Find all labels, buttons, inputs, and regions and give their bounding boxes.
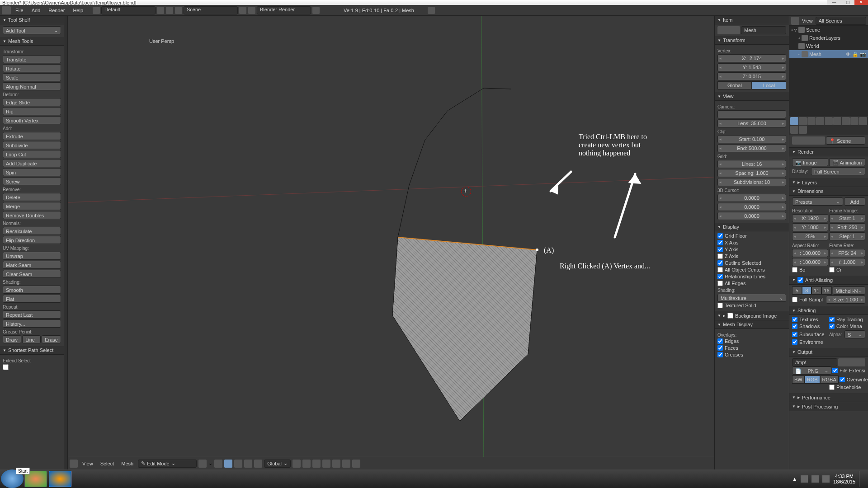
display-header[interactable]: Display — [715, 223, 789, 231]
display-mode-dropdown[interactable]: Full Screen — [811, 167, 865, 175]
tray-network-icon[interactable] — [811, 475, 819, 483]
mesh-display-header[interactable]: Mesh Display — [715, 320, 789, 329]
crop-checkbox[interactable] — [829, 267, 835, 272]
folder-browse-icon[interactable] — [838, 358, 865, 366]
menu-add[interactable]: Add — [28, 8, 44, 13]
3d-viewport[interactable]: User Persp (1) Mesh (A) Tried Ctrl-LMB h… — [68, 16, 714, 457]
mesh-menu[interactable]: Mesh — [118, 461, 136, 466]
multitexture-dropdown[interactable]: Multitexture — [717, 294, 786, 302]
presets-dropdown[interactable]: Presets — [792, 197, 843, 206]
item-header[interactable]: Item — [715, 16, 789, 24]
aa-header[interactable]: Anti-Aliasing — [789, 276, 868, 285]
frame-end-field[interactable]: End: 250 — [829, 223, 865, 231]
border-checkbox[interactable] — [792, 267, 797, 272]
camera-selector[interactable] — [717, 110, 786, 118]
vertex-y-field[interactable]: Y: 1.543 — [717, 63, 786, 71]
mesh-tools-header[interactable]: Mesh Tools — [0, 37, 64, 46]
flip-direction-button[interactable]: Flip Direction — [3, 236, 61, 244]
cursor-y-field[interactable]: 0.0000 — [717, 203, 786, 211]
bw-toggle[interactable]: BW — [792, 375, 805, 384]
res-x-field[interactable]: X: 1920 — [792, 214, 828, 222]
layer-icon[interactable] — [302, 460, 311, 468]
rip-button[interactable]: Rip — [3, 107, 61, 115]
screen-layout-dropdown[interactable]: Default — [101, 6, 156, 14]
loop-cut-button[interactable]: Loop Cut — [3, 150, 61, 158]
pin-icon[interactable] — [792, 136, 825, 145]
mode-dropdown[interactable]: ✎Edit Mode⌄ — [138, 460, 197, 468]
filter-size-field[interactable]: Size: 1.000 — [826, 296, 865, 304]
subdivide-button[interactable]: Subdivide — [3, 141, 61, 149]
global-local-toggle[interactable]: Global Local — [717, 81, 786, 89]
overwrite-checkbox[interactable] — [840, 377, 845, 382]
show-desktop-button[interactable] — [859, 471, 863, 487]
bg-image-header[interactable]: ▸ Background Image — [715, 311, 789, 320]
unwrap-button[interactable]: Unwrap — [3, 252, 61, 260]
proportional-icon[interactable] — [342, 460, 350, 468]
snap-icon[interactable] — [312, 460, 321, 468]
output-path-input[interactable] — [792, 358, 837, 366]
aa-5[interactable]: 5 — [792, 286, 802, 295]
view-header[interactable]: View — [715, 92, 789, 101]
creases-checkbox[interactable] — [717, 352, 723, 357]
x-axis-checkbox[interactable] — [717, 240, 723, 245]
physics-tab-icon[interactable] — [799, 126, 807, 134]
output-format-dropdown[interactable]: 📄 PNG — [792, 366, 831, 375]
fps-base-field[interactable]: /: 1.000 — [829, 258, 865, 266]
render-animation-button[interactable]: 🎬 Animation — [829, 158, 865, 166]
menu-render[interactable]: Render — [45, 8, 68, 13]
along-normal-button[interactable]: Along Normal — [3, 82, 61, 90]
history-button[interactable]: History... — [3, 319, 61, 328]
z-axis-checkbox[interactable] — [717, 253, 723, 259]
blender-org-icon[interactable] — [312, 7, 320, 14]
post-processing-header[interactable]: ▸ Post Processing — [789, 402, 868, 411]
pivot-icon[interactable] — [214, 460, 222, 468]
select-menu[interactable]: Select — [98, 461, 117, 466]
aa-16[interactable]: 16 — [821, 286, 831, 295]
all-obj-centers-checkbox[interactable] — [717, 267, 723, 272]
object-tab-icon[interactable] — [816, 117, 824, 125]
global-toggle[interactable]: Global — [717, 81, 752, 89]
bg-image-checkbox[interactable] — [727, 313, 733, 319]
transform-header[interactable]: Transform — [715, 36, 789, 45]
outliner-tree[interactable]: ◦ ▿Scene ◦RenderLayers World ◦Mesh 👁 🔒 📷 — [789, 26, 868, 116]
back-to-prev-icon[interactable] — [93, 7, 100, 14]
material-tab-icon[interactable] — [850, 117, 859, 125]
aspect-x-field[interactable]: : 100.000 — [792, 249, 828, 257]
gp-draw-button[interactable]: Draw — [3, 335, 21, 343]
manipulator-icon[interactable] — [292, 460, 301, 468]
fps-field[interactable]: FPS: 24 — [829, 249, 865, 257]
raytracing-checkbox[interactable] — [829, 317, 835, 322]
flat-button[interactable]: Flat — [3, 295, 61, 303]
aa-enable-checkbox[interactable] — [797, 277, 803, 283]
texture-tab-icon[interactable] — [859, 117, 867, 125]
select-mode-edge-icon[interactable] — [234, 460, 242, 468]
vertex-z-field[interactable]: Z: 0.015 — [717, 72, 786, 80]
rgba-toggle[interactable]: RGBA — [820, 375, 839, 384]
clip-end-field[interactable]: End: 500.000 — [717, 144, 786, 152]
local-toggle[interactable]: Local — [752, 81, 786, 89]
aa-8[interactable]: 8 — [802, 286, 812, 295]
viewport-shading-icon[interactable] — [198, 460, 207, 468]
smooth-vertex-button[interactable]: Smooth Vertex — [3, 116, 61, 124]
lens-field[interactable]: Lens: 35.000 — [717, 119, 786, 127]
world-tab-icon[interactable] — [807, 117, 816, 125]
render-tab-icon[interactable] — [790, 117, 798, 125]
aa-11[interactable]: 11 — [811, 286, 821, 295]
rotate-button[interactable]: Rotate — [3, 64, 61, 72]
grid-spacing-field[interactable]: Spacing: 1.000 — [717, 169, 786, 177]
mark-seam-button[interactable]: Mark Seam — [3, 261, 61, 269]
edges-checkbox[interactable] — [717, 338, 723, 344]
close-button[interactable]: ✕ — [854, 0, 868, 5]
grid-subdiv-field[interactable]: Subdivisions: 10 — [717, 178, 786, 186]
constraints-tab-icon[interactable] — [825, 117, 833, 125]
subsurface-checkbox[interactable] — [792, 332, 797, 337]
rel-lines-checkbox[interactable] — [717, 274, 723, 279]
snap-element-icon[interactable] — [322, 460, 330, 468]
tray-clock[interactable]: 4:33 PM 18/6/2015 — [833, 474, 855, 484]
edge-slide-button[interactable]: Edge Slide — [3, 98, 61, 106]
textures-checkbox[interactable] — [792, 317, 797, 322]
translate-button[interactable]: Translate — [3, 55, 61, 63]
tray-arrow-icon[interactable]: ▲ — [792, 476, 797, 482]
view-menu[interactable]: View — [80, 461, 96, 466]
repeat-last-button[interactable]: Repeat Last — [3, 310, 61, 319]
